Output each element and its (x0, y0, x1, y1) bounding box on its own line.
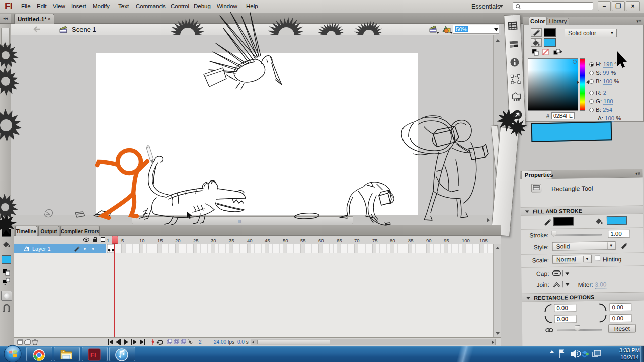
svg-text:Fl: Fl (90, 351, 96, 359)
